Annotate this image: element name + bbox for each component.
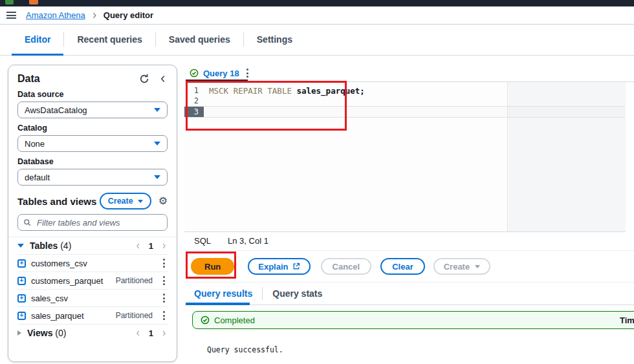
clear-button[interactable]: Clear <box>380 258 425 275</box>
sql-keyword: MSCK REPAIR TABLE <box>209 86 292 96</box>
views-section-header[interactable]: Views (0) 1 <box>17 324 168 341</box>
views-count: (0) <box>55 328 66 338</box>
browser-topbar <box>0 0 634 6</box>
catalog-select[interactable]: None <box>17 135 168 152</box>
refresh-icon <box>139 74 149 84</box>
active-results-tab-indicator <box>186 303 250 305</box>
tab-editor[interactable]: Editor <box>12 24 63 55</box>
table-icon <box>17 294 26 303</box>
tab-query-results[interactable]: Query results <box>184 283 262 305</box>
collapse-panel-button[interactable] <box>158 74 168 83</box>
breadcrumb-bar: Amazon Athena Query editor <box>0 6 634 25</box>
table-icon <box>17 312 26 320</box>
breadcrumb-app-link[interactable]: Amazon Athena <box>26 10 85 20</box>
page-number: 1 <box>149 328 153 338</box>
chevron-right-icon <box>91 12 98 19</box>
tables-count: (4) <box>60 241 71 251</box>
views-section-label: Views <box>27 328 52 338</box>
completed-status-banner: Completed Time <box>192 311 634 329</box>
line-number: 3 <box>184 107 204 117</box>
status-text: Completed <box>214 316 255 325</box>
partitioned-badge: Partitioned <box>116 311 153 320</box>
refresh-button[interactable] <box>139 74 149 84</box>
sql-code-editor[interactable]: 1 MSCK REPAIR TABLE sales_parquet; 2 3 <box>184 82 626 232</box>
main-tab-bar: Editor Recent queries Saved queries Sett… <box>0 24 634 56</box>
caret-down-icon <box>154 142 160 145</box>
catalog-label: Catalog <box>17 123 168 133</box>
create-table-button[interactable]: Create <box>100 193 151 209</box>
chevron-left-icon <box>158 74 168 83</box>
editor-status-bar: SQL Ln 3, Col 1 <box>184 231 634 251</box>
time-label: Time <box>620 316 634 325</box>
data-source-select[interactable]: AwsDataCatalog <box>17 102 168 118</box>
section-collapsed-caret-icon[interactable] <box>17 330 21 336</box>
tab-saved-queries[interactable]: Saved queries <box>156 24 243 55</box>
query-tab-menu-icon[interactable] <box>244 67 251 80</box>
row-menu-icon[interactable] <box>160 274 168 287</box>
orange-favicon <box>29 0 38 5</box>
query-tab-bar: Query 18 <box>184 65 634 82</box>
next-page-icon[interactable] <box>160 242 168 250</box>
query-tab[interactable]: Query 18 <box>203 69 239 78</box>
search-icon <box>23 219 32 227</box>
code-line: 2 <box>184 96 625 106</box>
row-menu-icon[interactable] <box>160 257 168 270</box>
data-panel-title: Data <box>17 73 130 85</box>
database-label: Database <box>17 157 168 166</box>
database-select[interactable]: default <box>17 169 168 186</box>
action-button-bar: Run Explain Cancel Clear Create <box>184 251 634 283</box>
filter-tables-box <box>17 214 168 231</box>
page-number: 1 <box>149 241 153 251</box>
check-circle-icon <box>201 316 210 325</box>
row-menu-icon[interactable] <box>160 292 168 305</box>
tab-query-stats[interactable]: Query stats <box>263 283 332 305</box>
table-row[interactable]: customers_parquet Partitioned <box>17 272 168 289</box>
active-code-line: 3 <box>184 106 625 118</box>
tab-settings[interactable]: Settings <box>244 24 305 55</box>
query-editor-area: Query 18 1 MSCK REPAIR TABLE sales_parqu… <box>184 65 634 364</box>
line-number: 2 <box>184 96 204 106</box>
data-panel: Data Data source AwsDataCatalog Catalog … <box>8 65 177 362</box>
language-label: SQL <box>194 236 211 246</box>
breadcrumb-page-title: Query editor <box>104 10 153 20</box>
caret-down-icon <box>138 200 143 203</box>
next-page-icon[interactable] <box>160 330 168 337</box>
external-link-icon <box>292 262 300 270</box>
cursor-position: Ln 3, Col 1 <box>228 236 268 246</box>
cancel-button[interactable]: Cancel <box>321 258 372 275</box>
prev-page-icon[interactable] <box>135 330 142 337</box>
table-row[interactable]: customers_csv <box>17 254 168 272</box>
sql-identifier: sales_parquet; <box>292 86 365 96</box>
data-source-label: Data source <box>17 90 168 99</box>
tables-and-views-title: Tables and views <box>17 196 100 207</box>
table-icon <box>17 259 26 268</box>
table-row[interactable]: sales_parquet Partitioned <box>17 306 168 324</box>
table-icon <box>17 277 26 285</box>
results-tab-bar: Query results Query stats <box>184 283 634 305</box>
code-line: 1 MSCK REPAIR TABLE sales_parquet; <box>184 85 625 96</box>
tables-section-label: Tables <box>30 241 58 251</box>
table-row[interactable]: sales_csv <box>17 289 168 306</box>
run-button[interactable]: Run <box>191 258 234 275</box>
filter-tables-input[interactable] <box>36 217 162 228</box>
prev-page-icon[interactable] <box>135 242 142 250</box>
tab-recent-queries[interactable]: Recent queries <box>64 24 155 55</box>
caret-down-icon <box>154 175 160 179</box>
caret-down-icon <box>475 265 480 268</box>
query-result-message: Query successful. <box>207 345 283 354</box>
caret-down-icon <box>154 108 160 112</box>
section-expanded-caret-icon[interactable] <box>17 244 24 248</box>
create-query-button[interactable]: Create <box>433 258 490 275</box>
query-success-check-icon <box>190 69 199 78</box>
hamburger-menu-icon[interactable] <box>6 10 16 21</box>
gear-icon[interactable]: ⚙ <box>158 196 168 206</box>
partitioned-badge: Partitioned <box>116 276 153 285</box>
explain-button[interactable]: Explain <box>248 258 310 275</box>
row-menu-icon[interactable] <box>160 309 168 322</box>
line-number: 1 <box>184 85 204 96</box>
tables-section-header: Tables (4) 1 <box>17 237 168 254</box>
green-favicon <box>5 0 14 5</box>
